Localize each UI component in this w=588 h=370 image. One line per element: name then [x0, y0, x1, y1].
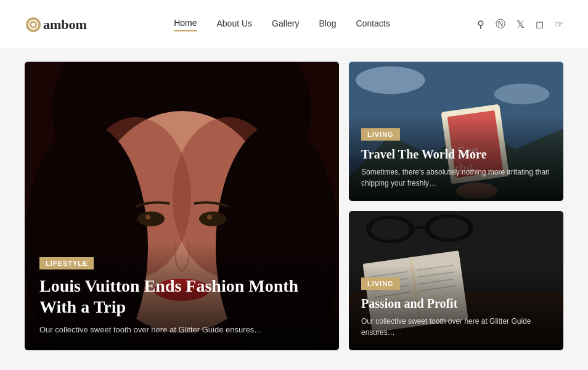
svg-point-15: [207, 215, 212, 220]
nav-blog[interactable]: Blog: [319, 18, 336, 31]
card-passion-tag: LIVING: [361, 278, 400, 290]
svg-point-19: [494, 84, 550, 105]
svg-point-2: [31, 23, 35, 27]
logo-icon: [25, 16, 42, 33]
logo[interactable]: ambom: [25, 16, 87, 33]
social-icons-group: ⚲ Ⓝ 𝕏 ◻ ☞: [477, 18, 563, 31]
facebook-icon[interactable]: Ⓝ: [496, 18, 505, 31]
card-large-title: Louis Vuitton Ends Fashion Month With a …: [39, 276, 324, 317]
svg-point-18: [356, 66, 425, 94]
card-travel-title: Travel The World More: [361, 147, 551, 162]
header: ambom Home About Us Gallery Blog Contact…: [0, 0, 588, 49]
svg-point-14: [145, 215, 150, 220]
pinterest-icon[interactable]: ☞: [555, 18, 563, 30]
card-travel-content: LIVING Travel The World More Sometimes, …: [349, 116, 563, 201]
nav-about[interactable]: About Us: [217, 18, 253, 31]
card-travel[interactable]: See the LIVING Travel The World More Som…: [349, 62, 563, 201]
card-large-content: LIFESTYLE Louis Vuitton Ends Fashion Mon…: [25, 242, 339, 350]
main-content: LIFESTYLE Louis Vuitton Ends Fashion Mon…: [0, 49, 588, 363]
nav-home[interactable]: Home: [174, 18, 197, 31]
card-passion[interactable]: LIVING Passion and Profit Our collective…: [349, 211, 563, 350]
instagram-icon[interactable]: ◻: [536, 18, 544, 30]
card-large-excerpt: Our collective sweet tooth over here at …: [39, 324, 324, 336]
card-large-fashion[interactable]: LIFESTYLE Louis Vuitton Ends Fashion Mon…: [25, 62, 339, 350]
card-passion-excerpt: Our collective sweet tooth over here at …: [361, 316, 551, 338]
twitter-icon[interactable]: 𝕏: [517, 18, 525, 30]
nav-gallery[interactable]: Gallery: [272, 18, 299, 31]
nav-contacts[interactable]: Contacts: [356, 18, 390, 31]
svg-point-13: [199, 212, 226, 226]
svg-point-12: [137, 212, 165, 226]
card-large-tag: LIFESTYLE: [39, 257, 94, 269]
svg-point-40: [371, 219, 410, 240]
right-column: See the LIVING Travel The World More Som…: [349, 62, 563, 350]
card-passion-title: Passion and Profit: [361, 296, 551, 311]
search-icon[interactable]: ⚲: [477, 18, 484, 30]
card-passion-content: LIVING Passion and Profit Our collective…: [349, 265, 563, 350]
logo-text: ambom: [43, 17, 87, 33]
card-travel-tag: LIVING: [361, 128, 400, 141]
svg-point-43: [430, 218, 468, 239]
main-nav: Home About Us Gallery Blog Contacts: [174, 18, 390, 31]
card-travel-excerpt: Sometimes, there's absolutely nothing mo…: [361, 166, 551, 189]
